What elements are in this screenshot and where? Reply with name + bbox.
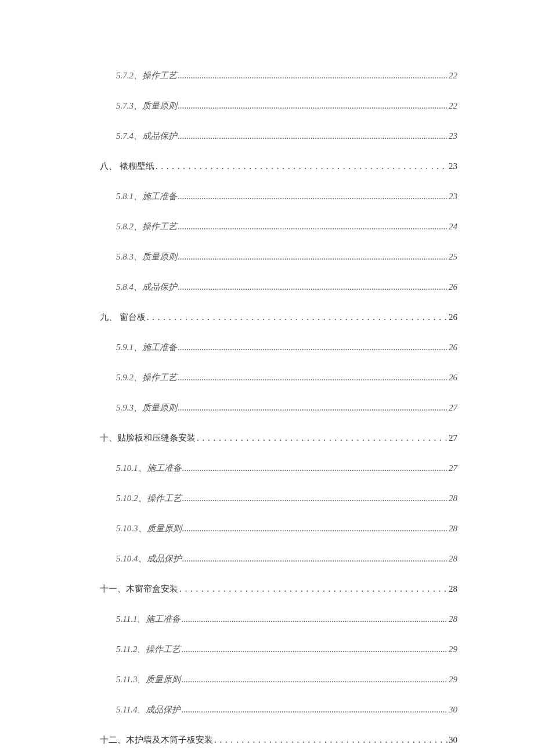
- toc-leader: [154, 160, 448, 169]
- toc-page-number: 23: [448, 160, 457, 172]
- toc-label: 5.7.2、操作工艺: [116, 70, 177, 82]
- toc-page-number: 24: [448, 221, 457, 233]
- toc-page-number: 30: [448, 704, 457, 716]
- toc-page-number: 27: [448, 402, 457, 414]
- toc-entry: 5.11.3、质量原则29: [116, 674, 457, 686]
- toc-page-number: 22: [448, 70, 457, 82]
- toc-page-number: 23: [448, 190, 457, 203]
- toc-label: 5.8.2、操作工艺: [116, 221, 177, 233]
- toc-page-number: 28: [448, 613, 457, 625]
- toc-label: 5.11.3、质量原则: [116, 674, 181, 686]
- toc-entry: 5.9.2、操作工艺26: [116, 372, 457, 384]
- toc-entry: 九、 窗台板26: [100, 311, 457, 323]
- page-content: 5.7.2、操作工艺225.7.3、质量原则225.7.4、成品保护23八、 裱…: [0, 0, 534, 756]
- toc-page-number: 29: [448, 643, 457, 656]
- toc-label: 5.10.3、质量原则: [116, 523, 182, 535]
- toc-entry: 5.11.1、施工准备28: [116, 613, 457, 625]
- toc-label: 十一、木窗帘盒安装: [100, 583, 178, 595]
- toc-entry: 5.8.3、质量原则25: [116, 251, 457, 263]
- toc-entry: 5.9.1、施工准备26: [116, 341, 457, 354]
- toc-label: 十二、木护墙及木筒子板安装: [100, 734, 213, 746]
- toc-label: 5.9.1、施工准备: [116, 341, 177, 354]
- toc-leader: [146, 311, 448, 320]
- toc-leader: [177, 341, 448, 350]
- toc-label: 九、 窗台板: [100, 311, 146, 323]
- toc-leader: [181, 613, 448, 622]
- toc-leader: [181, 674, 448, 682]
- toc-page-number: 25: [448, 251, 457, 263]
- toc-label: 十、贴脸板和压缝条安装: [100, 432, 196, 444]
- toc-label: 5.9.3、质量原则: [116, 402, 177, 414]
- toc-label: 5.8.1、施工准备: [116, 190, 177, 203]
- toc-entry: 5.8.4、成品保护26: [116, 281, 457, 293]
- toc-leader: [177, 372, 448, 380]
- toc-page-number: 26: [448, 341, 457, 354]
- toc-leader: [177, 402, 448, 411]
- toc-page-number: 30: [448, 734, 457, 746]
- toc-entry: 八、 裱糊壁纸23: [100, 160, 457, 172]
- toc-leader: [177, 281, 448, 290]
- toc-label: 5.8.3、质量原则: [116, 251, 177, 263]
- toc-label: 5.7.4、成品保护: [116, 130, 177, 142]
- toc-entry: 5.10.2、操作工艺28: [116, 492, 457, 505]
- toc-leader: [177, 251, 448, 260]
- toc-leader: [177, 221, 448, 229]
- toc-label: 5.11.1、施工准备: [116, 613, 181, 625]
- toc-page-number: 27: [448, 462, 457, 474]
- toc-page-number: 26: [448, 281, 457, 293]
- toc-entry: 5.8.1、施工准备23: [116, 190, 457, 203]
- toc-entry: 十、贴脸板和压缝条安装 27: [100, 432, 457, 444]
- toc-leader: [181, 643, 448, 652]
- toc-page-number: 27: [448, 432, 457, 444]
- toc-entry: 5.8.2、操作工艺24: [116, 221, 457, 233]
- toc-label: 八、 裱糊壁纸: [100, 160, 154, 172]
- toc-leader: [181, 704, 448, 712]
- toc-entry: 十二、木护墙及木筒子板安装 30: [100, 734, 457, 746]
- toc-label: 5.9.2、操作工艺: [116, 372, 177, 384]
- toc-page-number: 28: [448, 583, 457, 595]
- toc-entry: 十一、木窗帘盒安装 28: [100, 583, 457, 595]
- toc-leader: [213, 734, 448, 743]
- toc-label: 5.10.4、成品保护: [116, 553, 182, 565]
- toc-leader: [177, 190, 448, 199]
- toc-entry: 5.10.1、施工准备27: [116, 462, 457, 474]
- table-of-contents: 5.7.2、操作工艺225.7.3、质量原则225.7.4、成品保护23八、 裱…: [100, 70, 457, 756]
- toc-label: 5.10.1、施工准备: [116, 462, 182, 474]
- toc-leader: [182, 492, 448, 501]
- toc-page-number: 28: [448, 553, 457, 565]
- toc-entry: 5.7.4、成品保护23: [116, 130, 457, 142]
- toc-leader: [177, 130, 448, 139]
- toc-page-number: 29: [448, 674, 457, 686]
- toc-label: 5.11.2、操作工艺: [116, 643, 181, 656]
- toc-leader: [177, 70, 448, 78]
- toc-page-number: 26: [448, 372, 457, 384]
- toc-leader: [177, 100, 448, 109]
- toc-entry: 5.9.3、质量原则27: [116, 402, 457, 414]
- toc-leader: [182, 553, 448, 561]
- toc-page-number: 28: [448, 523, 457, 535]
- toc-entry: 5.7.3、质量原则22: [116, 100, 457, 112]
- toc-entry: 5.10.3、质量原则28: [116, 523, 457, 535]
- toc-label: 5.8.4、成品保护: [116, 281, 177, 293]
- toc-page-number: 22: [448, 100, 457, 112]
- toc-leader: [178, 583, 448, 592]
- toc-leader: [182, 523, 448, 531]
- toc-label: 5.11.4、成品保护: [116, 704, 181, 716]
- toc-entry: 5.11.4、成品保护30: [116, 704, 457, 716]
- toc-label: 5.7.3、质量原则: [116, 100, 177, 112]
- toc-label: 5.10.2、操作工艺: [116, 492, 182, 505]
- toc-leader: [182, 462, 448, 471]
- toc-entry: 5.10.4、成品保护28: [116, 553, 457, 565]
- toc-entry: 5.11.2、操作工艺29: [116, 643, 457, 656]
- toc-page-number: 23: [448, 130, 457, 142]
- toc-entry: 5.7.2、操作工艺22: [116, 70, 457, 82]
- toc-page-number: 26: [448, 311, 457, 323]
- toc-leader: [196, 432, 448, 441]
- toc-page-number: 28: [448, 492, 457, 505]
